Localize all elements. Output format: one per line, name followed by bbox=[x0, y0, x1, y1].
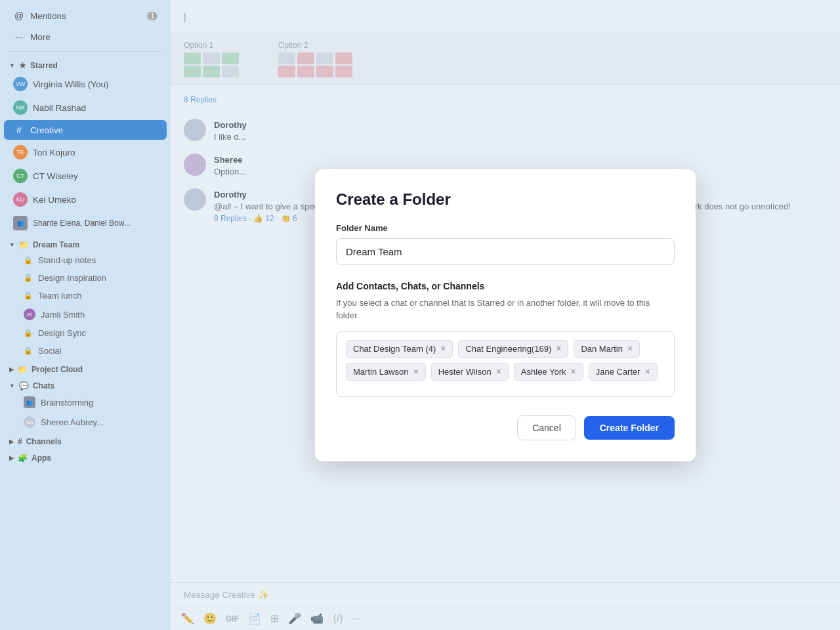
tag-remove-dan-martin[interactable]: × bbox=[627, 344, 633, 353]
chats-section[interactable]: ▼ 💬 Chats bbox=[0, 376, 171, 392]
modal-overlay: Create a Folder Folder Name Add Contacts… bbox=[171, 0, 840, 630]
avatar-sheree: SA bbox=[24, 416, 35, 428]
avatar-brainstorm: 👥 bbox=[24, 396, 35, 408]
apps-icon: 🧩 bbox=[18, 453, 28, 463]
mentions-badge: 1 bbox=[147, 12, 158, 20]
folder-name-input[interactable] bbox=[336, 238, 675, 265]
tag-ashlee-york[interactable]: Ashlee York × bbox=[514, 363, 583, 381]
tag-remove-chat-engineering[interactable]: × bbox=[556, 344, 561, 353]
project-cloud-label: Project Cloud bbox=[32, 365, 83, 374]
modal-actions: Cancel Create Folder bbox=[336, 415, 675, 440]
avatar-virginia: VW bbox=[13, 77, 28, 91]
starred-section[interactable]: ▼ ★ Starred bbox=[0, 56, 171, 72]
mentions-icon: @ bbox=[13, 10, 25, 22]
channels-arrow: ▶ bbox=[9, 438, 14, 445]
sidebar-item-mentions[interactable]: @ Mentions 1 bbox=[4, 6, 167, 26]
tag-remove-martin-lawson[interactable]: × bbox=[413, 367, 419, 376]
lock-icon-sync: 🔒 bbox=[24, 329, 33, 337]
create-folder-modal: Create a Folder Folder Name Add Contacts… bbox=[315, 169, 696, 461]
apps-section[interactable]: ▶ 🧩 Apps bbox=[0, 448, 171, 465]
cancel-button[interactable]: Cancel bbox=[517, 415, 576, 440]
sidebar-item-creative[interactable]: # Creative bbox=[4, 120, 167, 140]
folder-icon: 📁 bbox=[19, 240, 29, 249]
sidebar-item-social[interactable]: 🔒 Social bbox=[4, 343, 167, 359]
dream-team-label: Dream Team bbox=[33, 240, 79, 249]
starred-arrow: ▼ bbox=[9, 62, 15, 69]
chats-icon: 💬 bbox=[19, 381, 29, 390]
sidebar-item-brainstorming[interactable]: 👥 Brainstorming bbox=[4, 393, 167, 411]
creative-label: Creative bbox=[30, 125, 63, 135]
avatar-tori: TK bbox=[13, 145, 28, 159]
avatar-ct: CT bbox=[13, 169, 28, 183]
ct-label: CT Wiseley bbox=[33, 171, 78, 181]
team-lunch-label: Team lunch bbox=[38, 291, 81, 301]
lock-icon-standup: 🔒 bbox=[24, 256, 33, 264]
dream-team-section[interactable]: ▼ 📁 Dream Team bbox=[0, 235, 171, 251]
create-folder-button[interactable]: Create Folder bbox=[584, 416, 675, 440]
sidebar-item-virginia[interactable]: VW Virginia Willis (You) bbox=[4, 73, 167, 95]
project-cloud-section[interactable]: ▶ 📁 Project Cloud bbox=[0, 360, 171, 376]
lock-icon-lunch: 🔒 bbox=[24, 291, 33, 300]
more-label: More bbox=[30, 32, 51, 42]
tori-label: Tori Kojuro bbox=[33, 148, 75, 158]
main-area: | Option 1 bbox=[171, 0, 840, 630]
sidebar: @ Mentions 1 ··· More ▼ ★ Starred VW Vir… bbox=[0, 0, 171, 630]
avatar-nabil: NR bbox=[13, 100, 28, 115]
tag-label-hester-wilson: Hester Wilson bbox=[438, 367, 492, 377]
sidebar-item-tori[interactable]: TK Tori Kojuro bbox=[4, 141, 167, 163]
nabil-label: Nabil Rashad bbox=[33, 103, 86, 113]
starred-label: Starred bbox=[30, 61, 58, 70]
more-icon: ··· bbox=[13, 31, 25, 43]
apps-arrow: ▶ bbox=[9, 455, 14, 461]
tag-label-chat-design: Chat Design Team (4) bbox=[353, 344, 436, 354]
tag-remove-ashlee-york[interactable]: × bbox=[571, 367, 576, 376]
tag-martin-lawson[interactable]: Martin Lawson × bbox=[346, 363, 426, 381]
mentions-label: Mentions bbox=[30, 11, 66, 21]
sidebar-item-more[interactable]: ··· More bbox=[4, 27, 167, 47]
star-icon: ★ bbox=[19, 61, 26, 70]
sidebar-item-team-lunch[interactable]: 🔒 Team lunch bbox=[4, 287, 167, 304]
tag-remove-chat-design[interactable]: × bbox=[440, 344, 446, 353]
lock-icon-social: 🔒 bbox=[24, 346, 33, 355]
sidebar-item-design-sync[interactable]: 🔒 Design Sync bbox=[4, 325, 167, 341]
lock-icon-design: 🔒 bbox=[24, 274, 33, 282]
channel-icon-creative: # bbox=[13, 124, 25, 136]
chats-arrow: ▼ bbox=[9, 383, 15, 389]
tag-label-martin-lawson: Martin Lawson bbox=[353, 367, 409, 377]
tags-container[interactable]: Chat Design Team (4) × Chat Engineering(… bbox=[336, 331, 675, 397]
tag-label-ashlee-york: Ashlee York bbox=[521, 367, 566, 377]
avatar-kei: KU bbox=[13, 192, 28, 207]
sheree-label: Sheree Aubrey... bbox=[41, 417, 104, 427]
tag-remove-jane-carter[interactable]: × bbox=[645, 367, 650, 376]
channels-section[interactable]: ▶ # Channels bbox=[0, 432, 171, 448]
sidebar-item-shante[interactable]: 👥 Shante Elena, Daniel Bow... bbox=[4, 212, 167, 234]
sidebar-item-kei[interactable]: KU Kei Umeko bbox=[4, 188, 167, 211]
folder-name-field-label: Folder Name bbox=[336, 223, 675, 233]
tag-chat-engineering[interactable]: Chat Engineering(169) × bbox=[458, 340, 568, 358]
add-contacts-desc: If you select a chat or channel that is … bbox=[336, 297, 675, 322]
tag-label-jane-carter: Jane Carter bbox=[596, 367, 640, 377]
tag-remove-hester-wilson[interactable]: × bbox=[496, 367, 501, 376]
tag-hester-wilson[interactable]: Hester Wilson × bbox=[431, 363, 509, 381]
design-sync-label: Design Sync bbox=[38, 328, 86, 338]
dream-team-arrow: ▼ bbox=[9, 242, 15, 248]
sidebar-item-standup[interactable]: 🔒 Stand-up notes bbox=[4, 252, 167, 268]
tag-jane-carter[interactable]: Jane Carter × bbox=[589, 363, 658, 381]
jamli-label: Jamli Smith bbox=[41, 310, 85, 320]
tag-dan-martin[interactable]: Dan Martin × bbox=[574, 340, 640, 358]
project-cloud-arrow: ▶ bbox=[9, 366, 14, 373]
sidebar-item-jamli[interactable]: JS Jamli Smith bbox=[4, 305, 167, 324]
apps-label: Apps bbox=[32, 453, 51, 463]
chats-label: Chats bbox=[33, 381, 54, 390]
shante-label: Shante Elena, Daniel Bow... bbox=[33, 219, 131, 228]
channels-label: Channels bbox=[26, 437, 62, 446]
add-contacts-title: Add Contacts, Chats, or Channels bbox=[336, 281, 675, 291]
sidebar-item-nabil[interactable]: NR Nabil Rashad bbox=[4, 96, 167, 119]
channels-icon: # bbox=[18, 437, 22, 446]
sidebar-item-design-inspiration[interactable]: 🔒 Design Inspiration bbox=[4, 270, 167, 286]
design-inspiration-label: Design Inspiration bbox=[38, 273, 106, 283]
tag-chat-design[interactable]: Chat Design Team (4) × bbox=[346, 340, 453, 358]
avatar-shante: 👥 bbox=[13, 216, 28, 230]
sidebar-item-sheree[interactable]: SA Sheree Aubrey... bbox=[4, 413, 167, 431]
sidebar-item-ct[interactable]: CT CT Wiseley bbox=[4, 165, 167, 187]
